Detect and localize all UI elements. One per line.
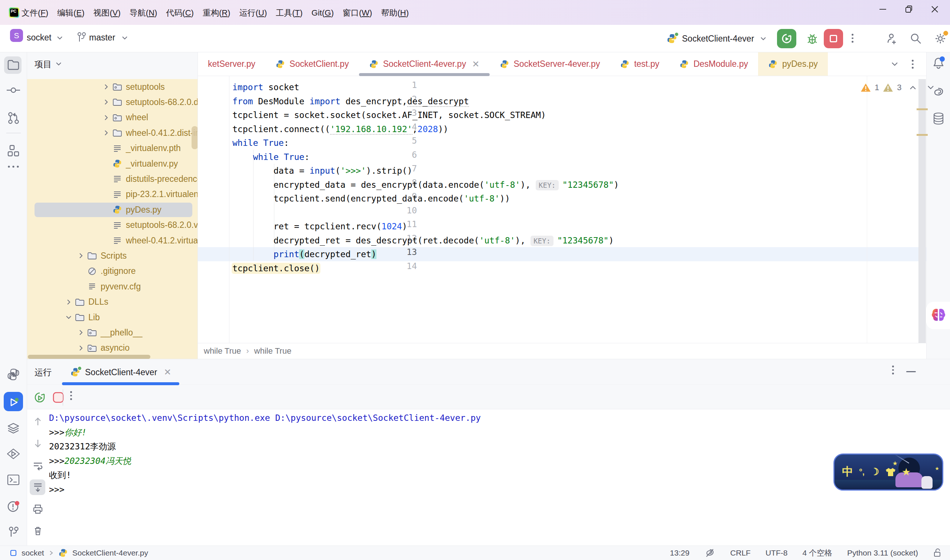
chevron-icon[interactable] (101, 129, 112, 137)
menu-7[interactable]: 工具(T) (276, 8, 303, 18)
menu-2[interactable]: 视图(V) (93, 8, 120, 18)
chevron-icon[interactable] (101, 98, 112, 106)
console-options-button[interactable] (70, 391, 72, 400)
ime-star-icon[interactable]: ★ (902, 467, 910, 477)
commit-tool-icon[interactable] (7, 84, 20, 97)
menu-5[interactable]: 重构(R) (203, 8, 231, 18)
chevron-icon[interactable] (101, 83, 112, 91)
breadcrumb-item[interactable]: while True (204, 346, 241, 356)
tab-list-chevron-icon[interactable] (890, 61, 899, 67)
status-line-col[interactable]: 13:29 (670, 549, 690, 557)
tree-item-_virtualenv.pth[interactable]: _virtualenv.pth (27, 141, 197, 156)
tree-item-Lib[interactable]: Lib (27, 310, 197, 325)
structure-tool-icon[interactable] (7, 145, 20, 157)
debug-button[interactable] (805, 32, 819, 45)
tree-item-distutils-precedence.pth[interactable]: distutils-precedence.pth (27, 171, 197, 187)
scroll-down-icon[interactable] (32, 438, 43, 449)
editor-scrollbar[interactable] (918, 79, 926, 350)
editor-tab-SocketServer-4ever.py[interactable]: SocketServer-4ever.py (490, 52, 610, 76)
status-indent[interactable]: 4 个空格 (802, 548, 832, 558)
editor-tab-SocketClient.py[interactable]: SocketClient.py (265, 52, 359, 76)
menu-6[interactable]: 运行(U) (239, 8, 267, 18)
clear-console-icon[interactable] (32, 526, 43, 537)
editor-tab-test.py[interactable]: test.py (610, 52, 669, 76)
tree-item-pyvenv.cfg[interactable]: pyvenv.cfg (27, 279, 197, 294)
chevron-icon[interactable] (75, 328, 86, 337)
code-editor[interactable]: 1import socket2from DesModule import des… (198, 76, 926, 343)
scroll-to-end-icon[interactable] (32, 482, 43, 493)
ime-punctuation-icon[interactable]: °, (859, 467, 865, 477)
tree-item-DLLs[interactable]: DLLs (27, 294, 197, 309)
editor-tab-pyDes.py[interactable]: pyDes.py (758, 52, 828, 76)
ime-skin-icon[interactable] (885, 467, 896, 477)
status-interpreter[interactable]: Python 3.11 (socket) (847, 549, 918, 557)
scroll-up-icon[interactable] (32, 416, 43, 427)
run-tool-icon[interactable] (7, 395, 20, 409)
rerun-icon[interactable] (33, 391, 46, 404)
next-warning-icon[interactable] (926, 85, 935, 91)
unlocked-icon[interactable] (933, 548, 942, 558)
tree-item-wheel-0.41.2.virtualenv[interactable]: wheel-0.41.2.virtualenv (27, 233, 197, 248)
more-tools-icon[interactable] (7, 165, 20, 169)
menu-8[interactable]: Git(G) (311, 8, 334, 18)
notifications-bell-icon[interactable] (932, 56, 945, 70)
status-project[interactable]: socket (22, 549, 44, 557)
status-line-separator[interactable]: CRLF (730, 549, 751, 557)
run-configuration-selector[interactable]: SocketClient-4ever (667, 25, 767, 52)
project-tool-icon[interactable] (7, 59, 20, 71)
tree-item-wheel-0.41.2.dist-info[interactable]: wheel-0.41.2.dist-info (27, 125, 197, 141)
close-icon[interactable]: ✕ (472, 59, 479, 69)
search-icon[interactable] (910, 32, 922, 45)
tree-item-__phello__[interactable]: __phello__ (27, 325, 197, 340)
tree-item-wheel[interactable]: wheel (27, 110, 197, 125)
tree-item-_virtualenv.py[interactable]: _virtualenv.py (27, 156, 197, 171)
chevron-icon[interactable] (101, 114, 112, 122)
pull-requests-tool-icon[interactable] (7, 111, 20, 125)
ai-assistant-floating-button[interactable] (926, 302, 950, 329)
tree-item-setuptools-68.2.0.virtualenv[interactable]: setuptools-68.2.0.virtualenv (27, 217, 197, 233)
branch-selector[interactable]: master (89, 33, 115, 43)
project-panel-header[interactable]: 项目 (27, 52, 197, 76)
prev-warning-icon[interactable] (908, 85, 917, 91)
ime-mode-indicator[interactable]: 中 (842, 464, 853, 480)
breadcrumb-item[interactable]: while True (254, 346, 291, 356)
console-output[interactable]: D:\pysource\socket\.venv\Scripts\python.… (49, 409, 950, 546)
print-icon[interactable] (32, 504, 43, 515)
close-icon[interactable]: ✕ (164, 367, 171, 377)
project-selector[interactable]: socket (27, 33, 51, 43)
ime-moon-icon[interactable]: ☽ (871, 466, 879, 478)
soft-wrap-icon[interactable] (32, 460, 43, 471)
chevron-icon[interactable] (63, 298, 74, 306)
status-encoding[interactable]: UTF-8 (765, 549, 788, 557)
menu-0[interactable]: 文件(F) (22, 8, 48, 18)
settings-gear-icon[interactable] (934, 32, 947, 45)
terminal-tool-icon[interactable] (7, 474, 20, 486)
tree-item-.gitignore[interactable]: .gitignore (27, 263, 197, 279)
status-file[interactable]: SocketClient-4ever.py (72, 549, 148, 557)
tree-item-pyDes.py[interactable]: pyDes.py (27, 202, 197, 217)
run-options-button[interactable] (892, 366, 894, 374)
services-tool-icon[interactable] (7, 422, 20, 434)
rerun-button[interactable] (777, 29, 796, 48)
tree-item-setuptools[interactable]: setuptools (27, 79, 197, 95)
maximize-button[interactable] (904, 5, 914, 14)
editor-tab-DesModule.py[interactable]: DesModule.py (669, 52, 758, 76)
run-tab[interactable]: SocketClient-4ever ✕ (62, 359, 179, 385)
input-method-banner[interactable]: ★ ★ 中 °, ☽ ★ (833, 454, 943, 491)
stop-button[interactable] (824, 29, 843, 48)
version-control-tool-icon[interactable] (7, 526, 20, 539)
run-anything-tool-icon[interactable] (6, 448, 20, 460)
menu-10[interactable]: 帮助(H) (381, 8, 409, 18)
close-button[interactable] (930, 5, 939, 14)
editor-tab-SocketClient-4ever.py[interactable]: SocketClient-4ever.py✕ (359, 52, 490, 76)
menu-9[interactable]: 窗口(W) (343, 8, 372, 18)
minimize-button[interactable] (878, 5, 888, 14)
chevron-icon[interactable] (75, 252, 86, 260)
tree-horizontal-scrollbar[interactable] (28, 355, 150, 359)
menu-3[interactable]: 导航(N) (129, 8, 157, 18)
tree-item-pip-23.2.1.virtualenv[interactable]: pip-23.2.1.virtualenv (27, 187, 197, 202)
tree-item-setuptools-68.2.0.dist-info[interactable]: setuptools-68.2.0.dist-info (27, 95, 197, 110)
menu-4[interactable]: 代码(C) (166, 8, 194, 18)
python-console-tool-icon[interactable] (7, 368, 20, 381)
more-actions-button[interactable] (851, 34, 853, 43)
